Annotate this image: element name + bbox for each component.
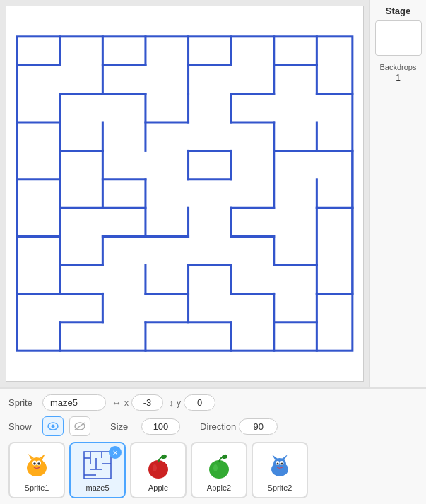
svg-point-100 (209, 460, 229, 479)
sprite-card-maze5[interactable]: ✕ maze5 (69, 442, 126, 498)
size-group: Size (110, 418, 180, 435)
size-input[interactable] (141, 418, 180, 435)
sprite-card-apple2[interactable]: Apple2 (191, 442, 247, 498)
svg-point-87 (33, 462, 36, 465)
sprite-card-apple-label: Apple (148, 484, 168, 492)
sprite2-cat-svg (264, 450, 295, 481)
sprite1-image (20, 448, 54, 482)
sprite-card-sprite2[interactable]: Sprite2 (252, 442, 308, 498)
sprite-controls-row1: Sprite ↔ x ↕ y (8, 394, 418, 411)
svg-point-97 (148, 460, 168, 479)
x-label: x (124, 398, 129, 408)
show-hidden-button[interactable] (69, 416, 90, 436)
svg-point-110 (281, 463, 283, 465)
sprite1-cat-svg (21, 450, 52, 481)
delete-maze5-button[interactable]: ✕ (109, 446, 122, 459)
eye-open-icon (47, 422, 59, 430)
direction-group: Direction (200, 418, 278, 435)
apple2-image (202, 448, 236, 482)
size-label: Size (110, 421, 138, 432)
stage-label: Stage (386, 6, 410, 16)
svg-point-98 (160, 454, 167, 459)
eye-closed-icon (74, 422, 85, 430)
y-input[interactable] (184, 394, 215, 411)
bottom-panel: Sprite ↔ x ↕ y Show (0, 387, 426, 504)
main-container: Stage Backdrops 1 Sprite ↔ x ↕ y Show (0, 0, 426, 504)
sprite-card-apple2-label: Apple2 (207, 484, 231, 492)
sprite-name-input[interactable] (42, 394, 106, 411)
svg-point-88 (37, 462, 40, 465)
y-label: y (177, 398, 181, 408)
direction-input[interactable] (239, 418, 278, 435)
x-axis-icon: ↔ (112, 397, 122, 409)
stage-area: Stage Backdrops 1 (0, 0, 426, 387)
svg-point-104 (273, 458, 286, 469)
backdrops-label: Backdrops (380, 63, 417, 71)
svg-point-101 (221, 454, 228, 459)
svg-point-99 (153, 464, 157, 471)
canvas-area (6, 6, 364, 382)
sprites-row: Sprite1 ✕ maze5 (8, 442, 418, 504)
svg-marker-105 (272, 455, 278, 459)
svg-marker-106 (282, 455, 288, 459)
y-axis-icon: ↕ (169, 397, 174, 409)
direction-label: Direction (200, 421, 236, 432)
sprite-card-sprite1[interactable]: Sprite1 (8, 442, 65, 498)
svg-point-78 (52, 425, 55, 428)
y-coord-group: ↕ y (169, 394, 215, 411)
show-label: Show (8, 421, 37, 432)
svg-rect-0 (17, 37, 353, 351)
show-visible-button[interactable] (42, 416, 64, 436)
sprite-card-apple[interactable]: Apple (130, 442, 187, 498)
sprite2-image (263, 448, 297, 482)
x-coord-group: ↔ x (112, 394, 163, 411)
x-input[interactable] (131, 394, 163, 411)
svg-point-109 (277, 463, 279, 465)
stage-preview[interactable] (375, 20, 422, 56)
right-panel: Stage Backdrops 1 (369, 0, 426, 387)
svg-point-102 (213, 464, 218, 471)
apple2-svg (203, 450, 235, 481)
sprite-label: Sprite (8, 397, 37, 408)
backdrops-count: 1 (396, 73, 401, 83)
sprite-card-sprite2-label: Sprite2 (268, 484, 292, 492)
apple-image (141, 448, 175, 482)
apple-svg (143, 450, 174, 481)
sprite-card-sprite1-label: Sprite1 (25, 484, 49, 492)
maze-svg (6, 6, 363, 381)
sprite-card-maze5-label: maze5 (85, 484, 109, 492)
sprite-controls-row2: Show Size Direction (8, 416, 418, 436)
